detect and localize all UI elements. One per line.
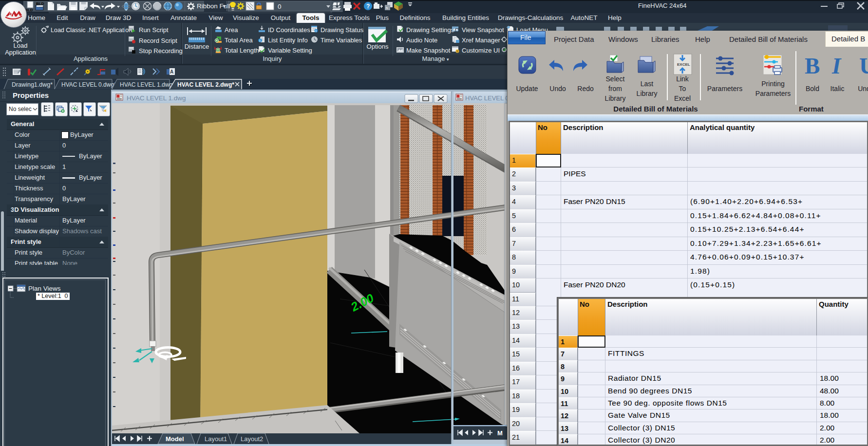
svg-text:M: M (497, 429, 503, 437)
svg-text:Printing: Printing (761, 80, 784, 88)
svg-text:Undo: Undo (549, 85, 566, 93)
svg-text:HVAC LEVEL 0.dw: HVAC LEVEL 0.dw (465, 94, 509, 102)
svg-text:A: A (170, 69, 173, 74)
svg-text:?: ? (366, 3, 370, 10)
svg-text:Parameters: Parameters (755, 90, 791, 97)
svg-text:i: i (260, 39, 261, 42)
svg-text:B: B (805, 53, 820, 78)
svg-text:U: U (859, 53, 868, 78)
svg-text:HVAC LEVEL 0.dwg*: HVAC LEVEL 0.dwg* (61, 81, 116, 88)
svg-text:Link: Link (676, 75, 689, 83)
svg-text:Library: Library (605, 94, 626, 102)
svg-text:from: from (608, 85, 622, 93)
svg-text:To: To (679, 85, 686, 93)
svg-text:Layout2: Layout2 (241, 435, 263, 443)
svg-text:EXCEL: EXCEL (677, 62, 690, 67)
svg-text:Layout1: Layout1 (205, 435, 227, 443)
svg-text:h: h (386, 6, 388, 10)
svg-text:Select: Select (606, 75, 625, 83)
svg-text:Last: Last (641, 80, 654, 88)
svg-text:Redo: Redo (577, 85, 594, 93)
svg-text:Drawing1.dwg*: Drawing1.dwg* (12, 81, 53, 88)
svg-text:Library: Library (637, 90, 658, 97)
svg-text:Und: Und (858, 85, 868, 93)
svg-text:HVAC LEVEL 1.dwg*: HVAC LEVEL 1.dwg* (120, 81, 175, 88)
svg-text:HVAC LEVEL 2.dwg*: HVAC LEVEL 2.dwg* (177, 81, 234, 88)
svg-text:Update: Update (516, 85, 538, 93)
svg-text:Bold: Bold (806, 85, 819, 93)
svg-text:HVAC LEVEL 1.dwg: HVAC LEVEL 1.dwg (127, 94, 186, 102)
svg-text:Excel: Excel (674, 94, 691, 102)
svg-text:i: i (316, 29, 317, 33)
svg-text:Italic: Italic (830, 85, 845, 93)
svg-text:Model: Model (166, 435, 184, 443)
svg-text:0: 0 (278, 3, 282, 10)
svg-text:I: I (831, 53, 842, 78)
svg-text:Parameters: Parameters (707, 85, 742, 93)
